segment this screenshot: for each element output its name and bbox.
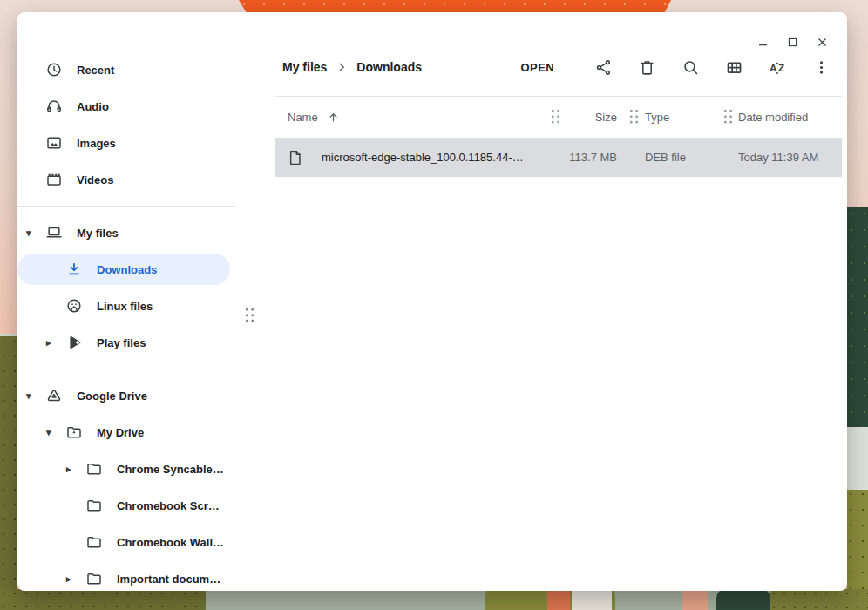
chevron-right-icon[interactable]: ▸ [66, 464, 85, 475]
sidebar-item-label: Images [77, 137, 116, 150]
wallpaper-right-pale-band [847, 427, 868, 490]
search-button[interactable] [673, 50, 708, 85]
column-resize-handle[interactable] [627, 110, 641, 125]
wallpaper-bush [716, 589, 770, 610]
chevron-right-icon [336, 61, 348, 73]
chevron-down-icon[interactable]: ▾ [26, 227, 45, 239]
sort-ascending-icon [327, 111, 340, 124]
sort-button[interactable]: AZ [760, 50, 795, 85]
video-icon [45, 171, 63, 188]
file-name-cell: microsoft-edge-stable_100.0.1185.44-… [288, 149, 549, 166]
sidebar-item-chromebook-scr[interactable]: Chromebook Scr… [17, 487, 235, 524]
toolbar: My files Downloads OPEN AZ [275, 12, 842, 96]
minimize-button[interactable] [749, 30, 776, 54]
window-controls [749, 30, 835, 54]
file-icon [288, 149, 303, 166]
sidebar-item-label: Downloads [97, 263, 157, 276]
column-name-label: Name [288, 111, 318, 124]
sidebar-item-images[interactable]: Images [17, 125, 235, 161]
grid-icon [725, 58, 743, 77]
grid-view-button[interactable] [716, 50, 751, 85]
folder-icon [85, 497, 103, 514]
wallpaper-bottom-left-hill [0, 589, 206, 610]
close-icon [816, 36, 829, 49]
sidebar-item-label: Chrome Syncable… [117, 463, 224, 476]
sidebar-item-label: My files [77, 227, 119, 240]
trash-icon [638, 58, 656, 77]
file-type: DEB file [641, 151, 722, 164]
folder-icon [85, 533, 103, 551]
file-row[interactable]: microsoft-edge-stable_100.0.1185.44-…113… [275, 138, 842, 177]
sidebar-divider [17, 369, 235, 369]
toolbar-actions: AZ [577, 50, 838, 85]
wallpaper-right-trees [847, 207, 868, 427]
headphones-icon [45, 98, 63, 115]
breadcrumb: My files Downloads [282, 60, 422, 74]
chevron-down-icon[interactable]: ▾ [26, 390, 45, 402]
column-resize-handle[interactable] [549, 110, 563, 125]
sidebar-item-label: Audio [77, 100, 109, 113]
sidebar-item-audio[interactable]: Audio [17, 88, 235, 125]
column-header-type[interactable]: Type [641, 111, 722, 124]
play-icon [65, 334, 83, 351]
sidebar-item-important-docum[interactable]: ▸Important docum… [17, 560, 235, 591]
sidebar-item-label: Videos [77, 173, 113, 186]
column-header-size[interactable]: Size [563, 111, 617, 124]
sidebar-resize-handle[interactable] [246, 308, 255, 323]
more-button[interactable] [804, 50, 838, 85]
penguin-icon [65, 297, 83, 315]
table-header: Name Size Type Date modified [275, 97, 842, 138]
delete-button[interactable] [629, 50, 664, 85]
sidebar-item-label: Important docum… [117, 573, 220, 586]
file-date-modified: Today 11:39 AM [736, 151, 842, 164]
sort-az-icon: AZ [769, 58, 787, 77]
folder-icon [85, 570, 103, 587]
drive-icon [45, 387, 63, 404]
clock-icon [45, 61, 63, 78]
main-panel: My files Downloads OPEN AZ Name [275, 12, 842, 591]
column-header-name[interactable]: Name [288, 111, 549, 124]
sidebar-item-my-drive[interactable]: ▾My Drive [17, 414, 235, 451]
wallpaper-bottom-strip [0, 589, 868, 610]
laptop-icon [45, 224, 63, 241]
sidebar-item-videos[interactable]: Videos [17, 161, 235, 198]
sidebar-item-google-drive[interactable]: ▾Google Drive [17, 377, 235, 414]
folder-icon [85, 460, 103, 478]
chevron-right-icon[interactable]: ▸ [46, 337, 65, 349]
column-resize-handle[interactable] [722, 110, 736, 125]
sidebar-item-label: Recent [77, 64, 114, 77]
sidebar-item-label: Chromebook Scr… [117, 499, 220, 512]
column-header-date-modified[interactable]: Date modified [736, 111, 842, 124]
maximize-button[interactable] [779, 30, 805, 54]
sidebar-item-label: Google Drive [77, 390, 147, 403]
wallpaper-figure-dress [572, 589, 612, 610]
sidebar-item-label: My Drive [97, 426, 144, 439]
chevron-right-icon[interactable]: ▸ [66, 573, 85, 585]
sidebar-divider [17, 206, 235, 207]
breadcrumb-downloads[interactable]: Downloads [356, 60, 422, 74]
sidebar-item-linux-files[interactable]: Linux files [17, 288, 235, 324]
sidebar-item-label: Linux files [97, 300, 153, 313]
maximize-icon [786, 36, 799, 49]
download-icon [65, 261, 83, 278]
svg-text:A: A [770, 61, 777, 73]
chevron-down-icon[interactable]: ▾ [46, 427, 65, 438]
wallpaper-left-hill [0, 334, 17, 610]
kebab-menu-icon [812, 58, 831, 77]
sidebar: RecentAudioImagesVideos▾My filesDownload… [17, 12, 235, 591]
file-size: 113.7 MB [563, 151, 617, 164]
share-icon [594, 58, 613, 77]
sidebar-item-my-files[interactable]: ▾My files [17, 214, 235, 251]
sidebar-item-play-files[interactable]: ▸Play files [17, 324, 235, 361]
wallpaper-figure-arm [682, 589, 708, 610]
sidebar-item-chrome-syncable[interactable]: ▸Chrome Syncable… [17, 451, 235, 487]
open-button[interactable]: OPEN [512, 56, 563, 79]
sidebar-item-recent[interactable]: Recent [17, 51, 235, 88]
close-button[interactable] [809, 30, 835, 54]
sidebar-item-downloads[interactable]: Downloads [17, 254, 230, 285]
sidebar-item-chromebook-wall[interactable]: Chromebook Wall… [17, 524, 235, 560]
image-icon [45, 134, 63, 152]
share-button[interactable] [586, 50, 620, 85]
breadcrumb-my-files[interactable]: My files [282, 60, 327, 74]
wallpaper-bottom-right-hill [770, 589, 868, 610]
